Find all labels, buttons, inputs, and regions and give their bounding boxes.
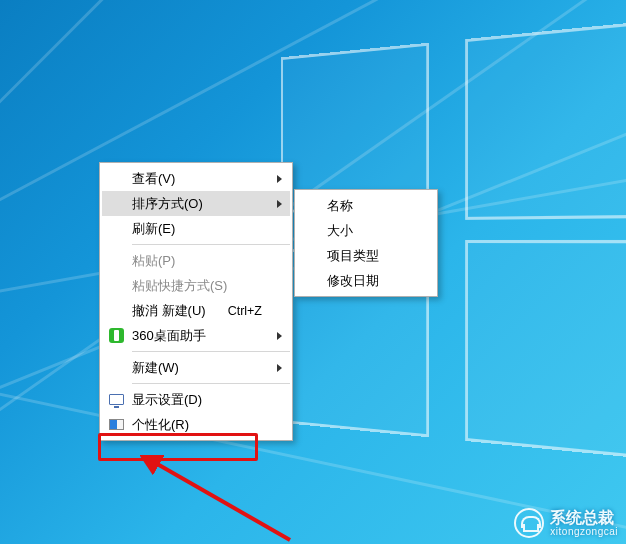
menu-refresh[interactable]: 刷新(E) — [102, 216, 290, 241]
menu-label: 排序方式(O) — [132, 195, 262, 213]
personalize-icon — [108, 417, 124, 433]
menu-label: 查看(V) — [132, 170, 262, 188]
menu-label: 粘贴快捷方式(S) — [132, 277, 262, 295]
menu-sort-by[interactable]: 排序方式(O) — [102, 191, 290, 216]
watermark: 系统总裁 xitongzongcai — [514, 508, 618, 538]
menu-separator — [132, 383, 290, 384]
menu-label: 项目类型 — [327, 247, 407, 265]
menu-label: 名称 — [327, 197, 407, 215]
submenu-arrow-icon — [277, 332, 282, 340]
watermark-logo-icon — [514, 508, 544, 538]
submenu-arrow-icon — [277, 364, 282, 372]
annotation-arrow — [140, 455, 300, 544]
menu-label: 显示设置(D) — [132, 391, 262, 409]
menu-shortcut: Ctrl+Z — [228, 304, 262, 318]
sort-by-submenu: 名称 大小 项目类型 修改日期 — [294, 189, 438, 297]
menu-label: 撤消 新建(U) — [132, 302, 214, 320]
menu-label: 个性化(R) — [132, 416, 262, 434]
menu-label: 刷新(E) — [132, 220, 262, 238]
menu-display-settings[interactable]: 显示设置(D) — [102, 387, 290, 412]
menu-label: 粘贴(P) — [132, 252, 262, 270]
menu-undo-new[interactable]: 撤消 新建(U) Ctrl+Z — [102, 298, 290, 323]
svg-line-0 — [152, 461, 290, 540]
submenu-arrow-icon — [277, 200, 282, 208]
display-icon — [108, 392, 124, 408]
submenu-arrow-icon — [277, 175, 282, 183]
watermark-title: 系统总裁 — [550, 509, 618, 527]
watermark-sub: xitongzongcai — [550, 526, 618, 537]
menu-label: 360桌面助手 — [132, 327, 262, 345]
submenu-sort-type[interactable]: 项目类型 — [297, 243, 435, 268]
menu-label: 大小 — [327, 222, 407, 240]
menu-new[interactable]: 新建(W) — [102, 355, 290, 380]
submenu-sort-date[interactable]: 修改日期 — [297, 268, 435, 293]
menu-label: 修改日期 — [327, 272, 407, 290]
submenu-sort-size[interactable]: 大小 — [297, 218, 435, 243]
360-icon — [108, 328, 124, 344]
menu-separator — [132, 351, 290, 352]
menu-paste: 粘贴(P) — [102, 248, 290, 273]
menu-separator — [132, 244, 290, 245]
desktop-context-menu: 查看(V) 排序方式(O) 刷新(E) 粘贴(P) 粘贴快捷方式(S) 撤消 新… — [99, 162, 293, 441]
submenu-sort-name[interactable]: 名称 — [297, 193, 435, 218]
menu-view[interactable]: 查看(V) — [102, 166, 290, 191]
menu-personalize[interactable]: 个性化(R) — [102, 412, 290, 437]
menu-paste-shortcut: 粘贴快捷方式(S) — [102, 273, 290, 298]
menu-label: 新建(W) — [132, 359, 262, 377]
menu-360-desktop-helper[interactable]: 360桌面助手 — [102, 323, 290, 348]
